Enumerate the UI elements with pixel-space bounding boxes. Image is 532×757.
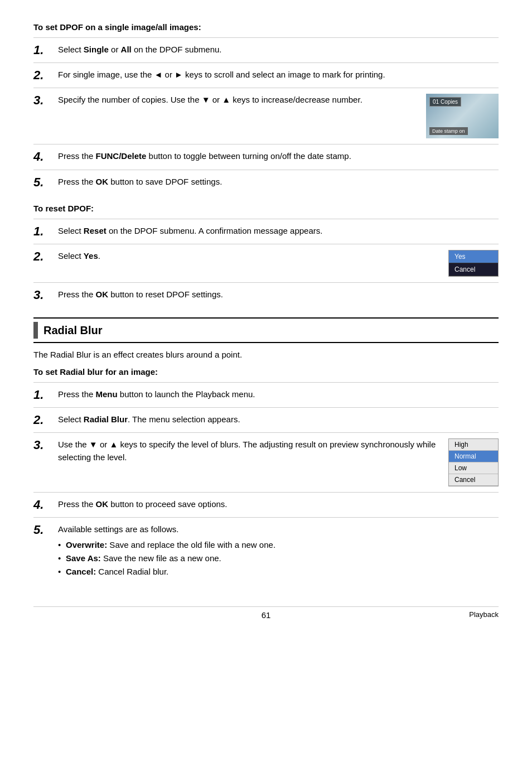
- dpof-step-4: 4. Press the FUNC/Delete button to toggl…: [33, 144, 499, 169]
- step-number-5: 5.: [33, 176, 54, 189]
- radial-step-4: 4. Press the OK button to proceed save o…: [33, 492, 499, 517]
- cancel-option-1: Cancel: [449, 263, 498, 276]
- bold-cancel: Cancel:: [66, 567, 96, 576]
- bold-all: All: [121, 45, 132, 54]
- step-number-2: 2.: [33, 69, 54, 82]
- reset-step-content-1: Select Reset on the DPOF submenu. A conf…: [58, 225, 499, 238]
- section-bar: [33, 322, 38, 339]
- blur-level-ui: High Normal Low Cancel: [448, 438, 499, 486]
- datestamp-overlay: Date stamp on: [429, 127, 468, 135]
- radial-step-number-3: 3.: [33, 438, 54, 452]
- yes-option: Yes: [449, 250, 498, 263]
- radial-step-content-2: Select Radial Blur. The menu selection a…: [58, 413, 499, 426]
- footer: 61 Playback: [33, 606, 499, 623]
- reset-step-2: 2. Select Yes. Yes Cancel: [33, 244, 499, 282]
- bullet-save-as: Save As: Save the new file as a new one.: [58, 552, 499, 565]
- blur-low: Low: [449, 462, 498, 474]
- bold-overwrite: Overwrite:: [66, 540, 107, 549]
- step-content-5: Press the OK button to save DPOF setting…: [58, 176, 499, 189]
- footer-right-text: Playback: [469, 610, 499, 619]
- step-number-4: 4.: [33, 150, 54, 163]
- yescancel-image: Yes Cancel: [448, 250, 499, 277]
- bold-save-as: Save As:: [66, 553, 101, 563]
- blur-normal: Normal: [449, 451, 498, 462]
- radial-step-3: 3. Use the ▼ or ▲ keys to specify the le…: [33, 432, 499, 492]
- reset-step-content-3: Press the OK button to reset DPOF settin…: [58, 288, 499, 301]
- radial-step-content-4: Press the OK button to proceed save opti…: [58, 498, 499, 511]
- radial-step-2: 2. Select Radial Blur. The menu selectio…: [33, 407, 499, 432]
- step-content-1: Select Single or All on the DPOF submenu…: [58, 44, 499, 56]
- page-number: 61: [33, 610, 499, 620]
- step-content-3: Specify the number of copies. Use the ▼ …: [58, 94, 417, 107]
- reset-step-3: 3. Press the OK button to reset DPOF set…: [33, 282, 499, 307]
- reset-step-number-1: 1.: [33, 225, 54, 238]
- bold-menu: Menu: [96, 389, 118, 399]
- blur-level-image: High Normal Low Cancel: [448, 438, 499, 486]
- bold-ok-3: OK: [96, 499, 109, 509]
- bold-single: Single: [84, 45, 109, 54]
- reset-step-number-3: 3.: [33, 288, 54, 302]
- step-number-3: 3.: [33, 94, 54, 107]
- copies-label: Copies: [441, 99, 458, 105]
- bullet-overwrite: Overwrite: Save and replace the old file…: [58, 538, 499, 552]
- copies-screenshot-image: 01 Copies Date stamp on: [426, 94, 499, 138]
- bold-radial-blur: Radial Blur: [84, 414, 128, 424]
- copies-overlay: 01 Copies: [429, 97, 461, 107]
- radial-step-number-4: 4.: [33, 498, 54, 512]
- bold-reset: Reset: [84, 226, 107, 235]
- reset-step-number-2: 2.: [33, 250, 54, 263]
- blur-cancel: Cancel: [449, 474, 498, 486]
- radial-step-content-1: Press the Menu button to launch the Play…: [58, 388, 499, 401]
- bullet-cancel: Cancel: Cancel Radial blur.: [58, 565, 499, 578]
- radial-step-content-3: Use the ▼ or ▲ keys to specify the level…: [58, 438, 439, 464]
- step-content-2: For single image, use the ◄ or ► keys to…: [58, 69, 499, 81]
- yescancel-ui: Yes Cancel: [448, 250, 499, 277]
- radial-step-1: 1. Press the Menu button to launch the P…: [33, 382, 499, 407]
- radial-step-number-5: 5.: [33, 523, 54, 537]
- radial-blur-description: The Radial Blur is an effect creates blu…: [33, 349, 499, 361]
- radial-step-number-1: 1.: [33, 388, 54, 402]
- radial-step-5: 5. Available settings are as follows. Ov…: [33, 517, 499, 584]
- step-content-4: Press the FUNC/Delete button to toggle b…: [58, 150, 499, 163]
- dpof-heading: To set DPOF on a single image/all images…: [33, 22, 499, 32]
- blur-high: High: [449, 439, 498, 451]
- reset-step-1: 1. Select Reset on the DPOF submenu. A c…: [33, 219, 499, 244]
- radial-blur-title: Radial Blur: [43, 324, 103, 337]
- page: To set DPOF on a single image/all images…: [0, 0, 532, 657]
- bold-func-delete: FUNC/Delete: [96, 151, 147, 161]
- dpof-step-5: 5. Press the OK button to save DPOF sett…: [33, 170, 499, 195]
- bold-yes: Yes: [84, 251, 98, 261]
- dpof-step-3: 3. Specify the number of copies. Use the…: [33, 88, 499, 144]
- bold-ok-1: OK: [96, 177, 109, 186]
- radial-blur-section-divider: Radial Blur: [33, 317, 499, 343]
- step-number-1: 1.: [33, 44, 54, 57]
- dpof-step-1: 1. Select Single or All on the DPOF subm…: [33, 37, 499, 62]
- reset-dpof-heading: To reset DPOF:: [33, 204, 499, 213]
- radial-step-number-2: 2.: [33, 413, 54, 427]
- radial-step-content-5: Available settings are as follows. Overw…: [58, 523, 499, 578]
- settings-bullet-list: Overwrite: Save and replace the old file…: [58, 538, 499, 578]
- bold-ok-2: OK: [96, 290, 109, 299]
- dpof-step-2: 2. For single image, use the ◄ or ► keys…: [33, 62, 499, 88]
- reset-step-content-2: Select Yes.: [58, 250, 439, 263]
- radial-blur-heading: To set Radial blur for an image:: [33, 367, 499, 377]
- copies-number: 01: [433, 99, 439, 105]
